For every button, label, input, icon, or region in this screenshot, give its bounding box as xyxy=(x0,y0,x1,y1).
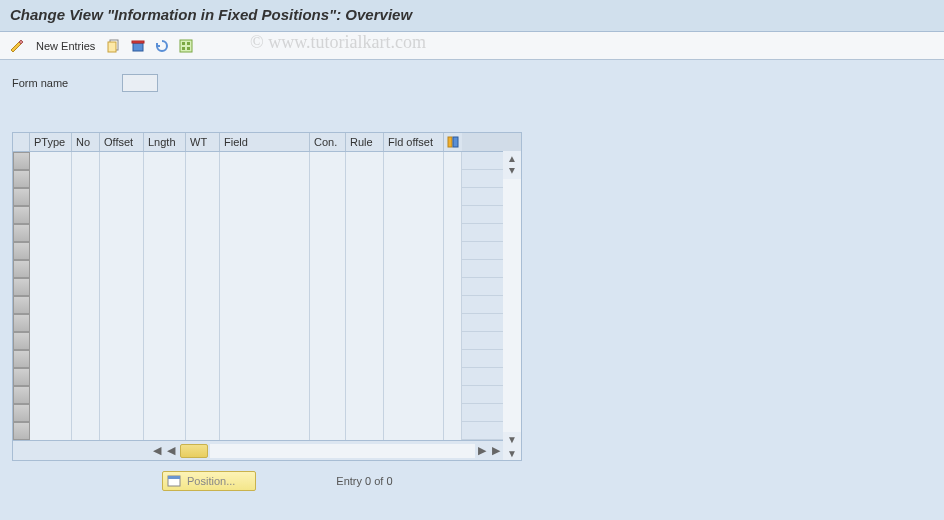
cell[interactable] xyxy=(100,368,144,386)
cell[interactable] xyxy=(346,152,384,170)
row-selector[interactable] xyxy=(13,350,30,368)
position-button[interactable]: Position... xyxy=(162,471,256,491)
cell[interactable] xyxy=(30,314,72,332)
row-selector[interactable] xyxy=(13,206,30,224)
scroll-down-icon[interactable]: ▼ xyxy=(503,446,521,460)
cell[interactable] xyxy=(310,224,346,242)
cell[interactable] xyxy=(30,152,72,170)
cell[interactable] xyxy=(144,152,186,170)
cell[interactable] xyxy=(72,170,100,188)
cell[interactable] xyxy=(444,404,462,422)
row-selector[interactable] xyxy=(13,332,30,350)
cell[interactable] xyxy=(444,368,462,386)
cell[interactable] xyxy=(30,224,72,242)
cell[interactable] xyxy=(346,278,384,296)
toggle-display-icon[interactable] xyxy=(8,37,26,55)
cell[interactable] xyxy=(100,422,144,440)
cell[interactable] xyxy=(100,224,144,242)
cell[interactable] xyxy=(72,332,100,350)
column-lngth[interactable]: Lngth xyxy=(144,133,186,151)
cell[interactable] xyxy=(100,386,144,404)
cell[interactable] xyxy=(144,170,186,188)
cell[interactable] xyxy=(444,260,462,278)
cell[interactable] xyxy=(310,332,346,350)
cell[interactable] xyxy=(384,206,444,224)
row-selector[interactable] xyxy=(13,422,30,440)
cell[interactable] xyxy=(220,350,310,368)
cell[interactable] xyxy=(186,188,220,206)
cell[interactable] xyxy=(220,242,310,260)
cell[interactable] xyxy=(310,296,346,314)
cell[interactable] xyxy=(186,260,220,278)
cell[interactable] xyxy=(186,422,220,440)
cell[interactable] xyxy=(220,314,310,332)
row-selector[interactable] xyxy=(13,314,30,332)
cell[interactable] xyxy=(384,170,444,188)
cell[interactable] xyxy=(100,296,144,314)
cell[interactable] xyxy=(144,242,186,260)
cell[interactable] xyxy=(72,278,100,296)
cell[interactable] xyxy=(346,188,384,206)
cell[interactable] xyxy=(144,368,186,386)
delete-icon[interactable] xyxy=(129,37,147,55)
cell[interactable] xyxy=(384,350,444,368)
cell[interactable] xyxy=(72,404,100,422)
cell[interactable] xyxy=(72,314,100,332)
row-selector[interactable] xyxy=(13,368,30,386)
cell[interactable] xyxy=(310,170,346,188)
cell[interactable] xyxy=(220,278,310,296)
cell[interactable] xyxy=(100,350,144,368)
cell[interactable] xyxy=(346,206,384,224)
cell[interactable] xyxy=(346,260,384,278)
cell[interactable] xyxy=(30,206,72,224)
cell[interactable] xyxy=(100,188,144,206)
row-selector[interactable] xyxy=(13,260,30,278)
hscroll-track[interactable] xyxy=(210,444,475,458)
cell[interactable] xyxy=(144,404,186,422)
undo-icon[interactable] xyxy=(153,37,171,55)
column-rule[interactable]: Rule xyxy=(346,133,384,151)
cell[interactable] xyxy=(220,296,310,314)
cell[interactable] xyxy=(384,242,444,260)
cell[interactable] xyxy=(310,206,346,224)
cell[interactable] xyxy=(30,386,72,404)
cell[interactable] xyxy=(30,260,72,278)
cell[interactable] xyxy=(186,152,220,170)
cell[interactable] xyxy=(220,188,310,206)
cell[interactable] xyxy=(144,260,186,278)
cell[interactable] xyxy=(30,296,72,314)
cell[interactable] xyxy=(444,206,462,224)
cell[interactable] xyxy=(144,386,186,404)
cell[interactable] xyxy=(384,314,444,332)
cell[interactable] xyxy=(220,422,310,440)
cell[interactable] xyxy=(384,152,444,170)
cell[interactable] xyxy=(72,206,100,224)
scroll-down2-icon[interactable]: ▼ xyxy=(503,432,521,446)
cell[interactable] xyxy=(144,296,186,314)
cell[interactable] xyxy=(100,260,144,278)
cell[interactable] xyxy=(220,170,310,188)
cell[interactable] xyxy=(186,296,220,314)
cell[interactable] xyxy=(384,260,444,278)
cell[interactable] xyxy=(444,278,462,296)
cell[interactable] xyxy=(346,422,384,440)
hscroll-left-icon[interactable]: ◀ xyxy=(164,444,178,457)
cell[interactable] xyxy=(30,188,72,206)
new-entries-button[interactable]: New Entries xyxy=(32,40,99,52)
cell[interactable] xyxy=(144,422,186,440)
cell[interactable] xyxy=(444,296,462,314)
cell[interactable] xyxy=(30,332,72,350)
cell[interactable] xyxy=(310,242,346,260)
cell[interactable] xyxy=(220,206,310,224)
cell[interactable] xyxy=(30,350,72,368)
cell[interactable] xyxy=(186,278,220,296)
cell[interactable] xyxy=(100,278,144,296)
table-config-icon[interactable] xyxy=(444,133,462,151)
cell[interactable] xyxy=(346,314,384,332)
cell[interactable] xyxy=(444,152,462,170)
hscroll-last-icon[interactable]: ▶ xyxy=(489,444,503,457)
hscroll-right-icon[interactable]: ▶ xyxy=(475,444,489,457)
cell[interactable] xyxy=(346,296,384,314)
scroll-track[interactable] xyxy=(503,179,521,432)
hscroll-thumb[interactable] xyxy=(180,444,208,458)
